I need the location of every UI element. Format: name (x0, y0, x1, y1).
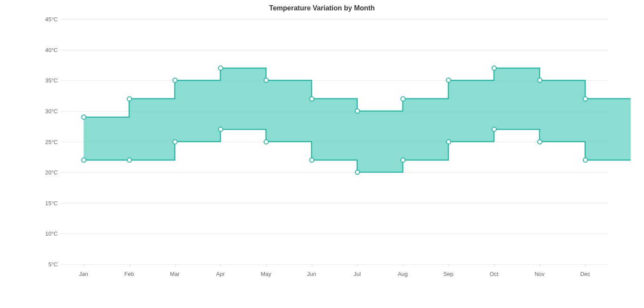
data-marker-high[interactable] (309, 96, 314, 102)
x-axis-label: Jan (79, 271, 88, 277)
data-marker-high[interactable] (264, 78, 269, 83)
y-axis-label: 20°C (37, 169, 58, 176)
x-axis-label: Sep (443, 271, 453, 277)
data-marker-low[interactable] (400, 157, 406, 163)
x-axis-label: Apr (216, 271, 225, 277)
data-marker-low[interactable] (355, 170, 360, 175)
data-marker-high[interactable] (127, 96, 132, 102)
y-axis-label: 45°C (37, 16, 58, 23)
x-axis-label: Aug (398, 271, 408, 277)
y-axis-label: 35°C (37, 77, 58, 84)
data-marker-low[interactable] (127, 157, 132, 163)
data-marker-low[interactable] (218, 127, 223, 132)
data-marker-high[interactable] (537, 78, 542, 83)
temperature-range-chart: Temperature Variation by Month 5°C10°C15… (0, 0, 644, 308)
data-marker-low[interactable] (264, 139, 269, 144)
data-marker-high[interactable] (355, 108, 360, 114)
y-axis-label: 5°C (37, 261, 58, 268)
gridline (61, 264, 608, 265)
range-area (61, 19, 608, 264)
data-marker-low[interactable] (446, 139, 451, 144)
data-marker-low[interactable] (537, 139, 542, 144)
x-axis-label: Jul (353, 271, 361, 277)
data-marker-high[interactable] (400, 96, 406, 102)
data-marker-high[interactable] (81, 115, 86, 120)
y-axis-label: 15°C (37, 200, 58, 206)
data-marker-low[interactable] (309, 157, 314, 163)
data-marker-high[interactable] (583, 96, 588, 102)
data-marker-high[interactable] (492, 66, 497, 71)
x-axis-label: May (261, 271, 271, 277)
plot-area[interactable]: 5°C10°C15°C20°C25°C30°C35°C40°C45°CJanFe… (61, 19, 608, 264)
data-marker-low[interactable] (81, 157, 86, 163)
data-marker-high[interactable] (172, 78, 178, 83)
x-axis-label: Dec (580, 271, 590, 277)
data-marker-high[interactable] (446, 78, 451, 83)
x-axis-label: Jun (307, 271, 316, 277)
data-marker-low[interactable] (492, 127, 497, 132)
x-axis-label: Nov (535, 271, 545, 277)
x-axis-label: Feb (124, 271, 134, 277)
chart-title: Temperature Variation by Month (0, 0, 644, 17)
data-marker-high[interactable] (218, 66, 223, 71)
data-marker-low[interactable] (172, 139, 178, 144)
y-axis-label: 10°C (37, 230, 58, 237)
y-axis-label: 40°C (37, 46, 58, 53)
y-axis-label: 25°C (37, 138, 58, 145)
x-axis-label: Mar (170, 271, 179, 277)
y-axis-label: 30°C (37, 108, 58, 114)
x-axis-label: Oct (489, 271, 498, 277)
data-marker-low[interactable] (583, 157, 588, 163)
